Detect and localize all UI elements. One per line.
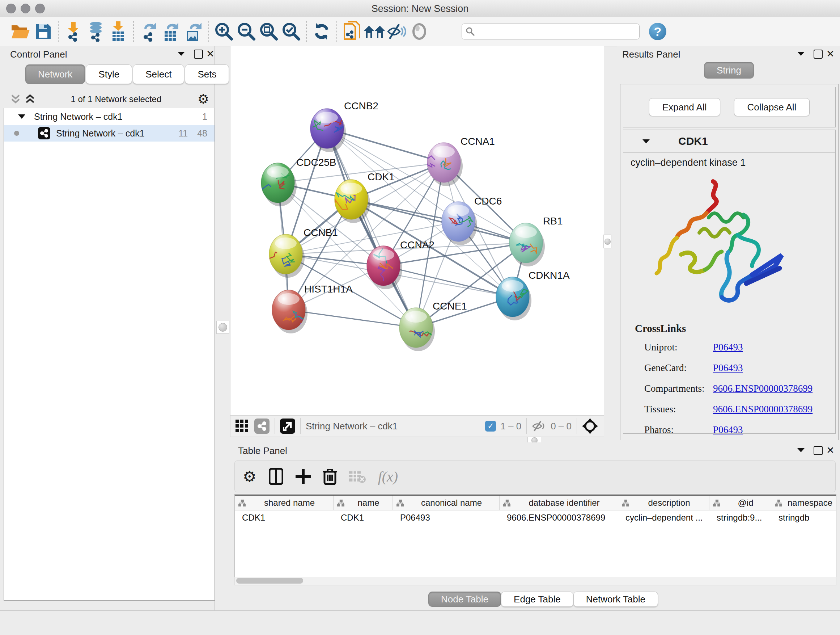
tab-string[interactable]: String	[704, 62, 754, 79]
node-label-CCNE1: CCNE1	[433, 301, 467, 312]
collapse-all-networks-icon[interactable]	[11, 94, 20, 105]
import-table-icon[interactable]	[107, 20, 129, 43]
column-header-namespace[interactable]: namespace	[771, 496, 836, 510]
zoom-out-icon[interactable]	[235, 20, 257, 43]
tab-network-table[interactable]: Network Table	[573, 592, 658, 607]
tab-node-table[interactable]: Node Table	[428, 592, 501, 607]
expand-all-button[interactable]: Expand All	[649, 98, 720, 116]
scrollbar-thumb[interactable]	[236, 578, 303, 584]
node-table[interactable]: shared namenamecanonical namedatabase id…	[234, 494, 836, 577]
hidden-eye-slash-icon[interactable]	[532, 420, 547, 432]
left-splitter-handle[interactable]	[216, 321, 229, 334]
section-expander-icon[interactable]	[642, 139, 650, 144]
network-row[interactable]: String Network – cdk1 11 48	[4, 125, 215, 141]
network-options-gear-icon[interactable]: ⚙	[197, 92, 209, 107]
tab-sets[interactable]: Sets	[185, 65, 229, 84]
node-section-title: CDK1	[678, 135, 708, 147]
table-row[interactable]: CDK1CDK1P064939606.ENSP00000378699cyclin…	[235, 510, 836, 525]
table-cell[interactable]: P06493	[393, 510, 500, 525]
open-session-icon[interactable]	[9, 20, 32, 43]
column-header-database-identifier[interactable]: database identifier	[500, 496, 618, 510]
expand-all-networks-icon[interactable]	[25, 94, 35, 105]
export-network-icon[interactable]	[137, 20, 160, 43]
crosslink-link[interactable]: 9606.ENSP00000378699	[713, 404, 813, 415]
crosslink-link[interactable]: P06493	[713, 424, 743, 435]
tab-select[interactable]: Select	[133, 65, 184, 84]
table-close-icon[interactable]: ✕	[826, 445, 835, 456]
node-CDC25B[interactable]: CDC25B	[256, 157, 336, 206]
table-panel-menu-icon[interactable]	[797, 448, 805, 453]
add-column-icon[interactable]	[295, 469, 311, 484]
tab-edge-table[interactable]: Edge Table	[501, 592, 573, 607]
export-image-icon[interactable]	[182, 20, 205, 43]
results-float-icon[interactable]	[813, 50, 823, 59]
node-CCNE1[interactable]: CCNE1	[399, 301, 467, 351]
collection-expander-icon[interactable]	[18, 114, 25, 119]
table-cell[interactable]: CDK1	[333, 510, 393, 525]
float-panel-icon[interactable]	[194, 50, 203, 59]
save-session-icon[interactable]	[32, 20, 54, 43]
results-panel-menu-icon[interactable]	[797, 51, 805, 56]
zoom-selected-icon[interactable]	[280, 20, 302, 43]
node-CDK1[interactable]: CDK1	[333, 171, 395, 223]
home-icon[interactable]	[363, 20, 386, 43]
tab-network[interactable]: Network	[25, 65, 85, 84]
main-toolbar: ?	[0, 17, 840, 46]
table-cell[interactable]: stringdb	[771, 510, 836, 525]
crosslink-link[interactable]: P06493	[713, 342, 743, 353]
table-cell[interactable]: CDK1	[235, 510, 333, 525]
show-columns-icon[interactable]	[269, 468, 283, 485]
table-options-gear-icon[interactable]: ⚙	[243, 468, 256, 486]
control-panel-tabs: NetworkStyleSelectSets	[25, 65, 230, 84]
table-horizontal-scrollbar[interactable]	[234, 577, 836, 585]
column-header--id[interactable]: @id	[709, 496, 771, 510]
column-header-name[interactable]: name	[333, 496, 393, 510]
zoom-in-icon[interactable]	[213, 20, 235, 43]
export-table-icon[interactable]	[160, 20, 182, 43]
node-HIST1H1A[interactable]: HIST1H1A	[272, 283, 353, 333]
column-header-shared-name[interactable]: shared name	[235, 496, 333, 510]
tab-style[interactable]: Style	[86, 65, 132, 84]
control-panel-menu-icon[interactable]	[177, 51, 185, 56]
search-field[interactable]	[475, 26, 628, 37]
node-RB1[interactable]: RB1	[509, 215, 562, 266]
node-label-CCNA2: CCNA2	[400, 239, 434, 250]
collapse-all-button[interactable]: Collapse All	[734, 98, 810, 116]
column-tree-icon	[622, 500, 629, 507]
column-tree-icon	[775, 500, 782, 507]
edge-HIST1H1A-CCNE1[interactable]	[289, 310, 416, 328]
network-view-icon[interactable]	[254, 418, 270, 434]
network-canvas[interactable]: CCNB2CCNA1CDC25BCDK1CDC6RB1CCNB1CCNA2CDK…	[230, 46, 604, 416]
selected-nodes-checkbox-icon[interactable]: ✓	[485, 421, 496, 432]
node-section-header[interactable]: CDK1	[623, 130, 835, 153]
help-icon[interactable]: ?	[649, 23, 666, 40]
grid-view-icon[interactable]	[235, 420, 248, 432]
results-close-icon[interactable]: ✕	[826, 48, 835, 60]
crosslink-link[interactable]: 9606.ENSP00000378699	[713, 383, 813, 394]
table-float-icon[interactable]	[813, 446, 823, 455]
node-CDKN1A[interactable]: CDKN1A	[496, 270, 570, 320]
delete-column-icon[interactable]	[323, 468, 337, 485]
crosslink-link[interactable]: P06493	[713, 363, 743, 374]
zoom-fit-icon[interactable]	[257, 20, 280, 43]
table-cell[interactable]: stringdb:9...	[709, 510, 771, 525]
crosslink-row: Compartments:9606.ENSP00000378699	[644, 383, 835, 394]
network-collection-row[interactable]: String Network – cdk1 1	[4, 108, 215, 125]
refresh-icon[interactable]	[310, 20, 333, 43]
import-network-database-icon[interactable]	[85, 20, 107, 43]
table-cell[interactable]: 9606.ENSP00000378699	[500, 510, 618, 525]
close-panel-icon[interactable]: ✕	[206, 48, 215, 60]
table-cell[interactable]: cyclin–dependent ...	[618, 510, 709, 525]
right-splitter-handle[interactable]	[603, 234, 611, 249]
edge-CCNB2-CCNE1[interactable]	[327, 128, 416, 328]
column-header-description[interactable]: description	[618, 496, 709, 510]
search-input[interactable]	[462, 24, 639, 40]
column-header-canonical-name[interactable]: canonical name	[393, 496, 500, 510]
import-network-file-icon[interactable]	[62, 20, 85, 43]
node-CDC6[interactable]: CDC6	[442, 195, 502, 245]
node-label-RB1: RB1	[543, 215, 562, 226]
clone-network-icon[interactable]	[341, 20, 363, 43]
show-hide-icon[interactable]	[386, 20, 408, 43]
birds-eye-view-icon[interactable]	[280, 418, 295, 434]
fit-content-crosshair-icon[interactable]	[582, 418, 598, 434]
